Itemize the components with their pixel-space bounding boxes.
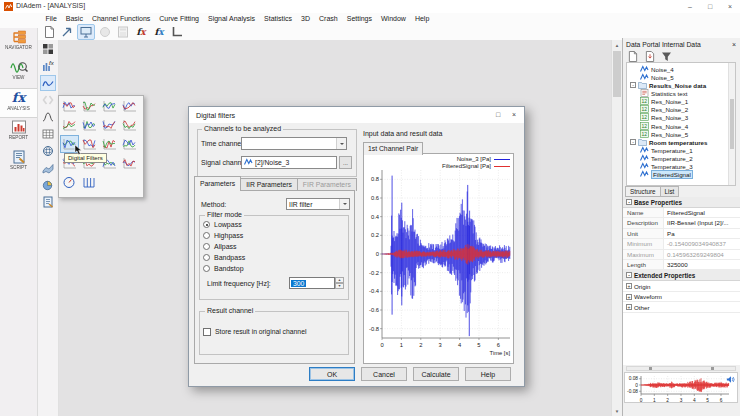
palette-item-0[interactable] <box>60 97 79 115</box>
radio-highpass[interactable]: Highpass <box>203 232 243 239</box>
dialog-close-button[interactable]: × <box>506 107 522 122</box>
palette-item-15[interactable] <box>120 154 139 172</box>
new-file-icon[interactable] <box>41 25 57 39</box>
spin-down-icon[interactable]: ▼ <box>335 283 344 289</box>
radio-circle-icon[interactable] <box>203 221 210 228</box>
expand-icon[interactable]: + <box>626 304 632 310</box>
limit-frequency-spinner[interactable]: ▲ ▼ <box>335 277 344 289</box>
time-channel-select[interactable] <box>241 137 347 150</box>
radio-circle-icon[interactable] <box>203 254 210 261</box>
tab-structure[interactable]: Structure <box>625 186 661 197</box>
radio-allpass[interactable]: Allpass <box>203 243 237 250</box>
radio-bandstop[interactable]: Bandstop <box>203 265 244 272</box>
nav-navigator[interactable]: NAVIGATOR <box>0 28 37 58</box>
desktop-icon[interactable] <box>77 24 95 40</box>
property-group-origin[interactable]: +Origin <box>623 281 740 292</box>
channel-table-icon[interactable] <box>40 41 56 57</box>
close-button[interactable]: × <box>720 0 740 13</box>
menu-statistics[interactable]: Statistics <box>260 13 297 24</box>
radio-circle-icon[interactable] <box>203 232 210 239</box>
tree-scrollbar[interactable] <box>728 63 735 185</box>
radio-bandpass[interactable]: Bandpass <box>203 254 245 261</box>
property-group-waveform[interactable]: +Waveform <box>623 292 740 303</box>
menu-crash[interactable]: Crash <box>315 13 343 24</box>
ok-button[interactable]: OK <box>309 367 355 381</box>
menu-channel-functions[interactable]: Channel Functions <box>87 13 154 24</box>
calculate-button[interactable]: Calculate <box>413 367 459 381</box>
section-base-properties[interactable]: -Base Properties <box>623 197 740 208</box>
model-3d-icon[interactable] <box>40 143 56 159</box>
curve-icon[interactable] <box>40 75 56 91</box>
range-marker[interactable] <box>649 367 652 370</box>
collapse-icon[interactable]: - <box>630 139 636 145</box>
minimize-button[interactable]: – <box>680 0 700 13</box>
palette-item-2[interactable] <box>100 97 119 115</box>
close-icon[interactable]: × <box>729 39 739 49</box>
nav-report[interactable]: REPORT <box>0 118 37 148</box>
tab-parameters[interactable]: Parameters <box>194 176 241 191</box>
scrollbar-thumb[interactable] <box>730 99 734 149</box>
menu-3d[interactable]: 3D <box>297 13 315 24</box>
palette-item-5[interactable] <box>80 116 99 134</box>
speaker-icon[interactable] <box>726 375 735 385</box>
collapse-icon[interactable]: - <box>626 199 632 205</box>
palette-item-17[interactable] <box>80 173 99 191</box>
peak-approximation-icon[interactable] <box>40 109 56 125</box>
register-data-icon[interactable] <box>643 50 656 62</box>
script-module-icon[interactable] <box>40 194 56 210</box>
collapse-icon[interactable]: - <box>630 82 636 88</box>
menu-window[interactable]: Window <box>377 13 411 24</box>
section-extended-properties[interactable]: -Extended Properties <box>623 270 740 281</box>
palette-item-3[interactable] <box>120 97 139 115</box>
fx-editor-icon[interactable]: fx <box>151 25 167 39</box>
matrix-icon[interactable] <box>40 126 56 142</box>
palette-item-1[interactable] <box>80 97 99 115</box>
menu-settings[interactable]: Settings <box>342 13 376 24</box>
channel-function-icon[interactable]: fx <box>40 58 56 74</box>
expand-icon[interactable]: + <box>626 283 632 289</box>
dialog-maximize-button[interactable]: □ <box>490 107 506 122</box>
cancel-button[interactable]: Cancel <box>361 367 407 381</box>
maximize-button[interactable]: □ <box>700 0 720 13</box>
collapse-icon[interactable]: - <box>626 272 632 278</box>
tree-item-res-noise-5[interactable]: 12Res_Noise_5 <box>640 130 688 138</box>
method-select[interactable]: IIR filter <box>286 198 350 210</box>
tab-list[interactable]: List <box>660 186 680 197</box>
open-arrow-icon[interactable] <box>59 25 75 39</box>
radio-circle-icon[interactable] <box>203 265 210 272</box>
browse-button[interactable]: ... <box>339 156 352 169</box>
menu-signal-analysis[interactable]: Signal Analysis <box>203 13 259 24</box>
radio-circle-icon[interactable] <box>203 243 210 250</box>
radio-lowpass[interactable]: Lowpass <box>203 221 242 228</box>
expand-icon[interactable]: + <box>626 294 632 300</box>
dialog-title-bar[interactable]: Digital filters □× <box>189 107 524 123</box>
tab-1st-channel-pair[interactable]: 1st Channel Pair <box>363 142 423 155</box>
palette-item-11[interactable] <box>120 135 139 153</box>
palette-item-10[interactable] <box>100 135 119 153</box>
help-button[interactable]: Help <box>465 367 511 381</box>
fx-calculator-icon[interactable]: fx <box>133 25 149 39</box>
nav-analysis[interactable]: fxANALYSIS <box>0 88 37 118</box>
palette-item-4[interactable] <box>60 116 79 134</box>
store-result-checkbox[interactable] <box>203 328 211 336</box>
surface-3d-icon[interactable] <box>40 160 56 176</box>
palette-item-6[interactable] <box>100 116 119 134</box>
ruler-icon[interactable] <box>169 25 185 39</box>
menu-curve-fitting[interactable]: Curve Fitting <box>155 13 204 24</box>
menu-file[interactable]: File <box>41 13 61 24</box>
scroll-down-icon[interactable]: ▼ <box>612 406 622 416</box>
scroll-up-icon[interactable]: ▲ <box>612 40 622 50</box>
filter-funnel-icon[interactable] <box>660 50 673 62</box>
palette-item-9[interactable] <box>80 135 99 153</box>
scrollbar-thumb[interactable] <box>613 51 621 97</box>
preview-range-strip[interactable] <box>626 366 736 371</box>
menu-basic[interactable]: Basic <box>61 13 87 24</box>
new-channel-icon[interactable] <box>626 50 639 62</box>
property-group-other[interactable]: +Other <box>623 302 740 313</box>
nav-view[interactable]: VIEW <box>0 58 37 88</box>
range-marker[interactable] <box>711 367 714 370</box>
statistics-pie-icon[interactable] <box>40 177 56 193</box>
palette-item-16[interactable] <box>60 173 79 191</box>
limit-frequency-input[interactable]: 300 <box>289 277 335 289</box>
palette-item-7[interactable] <box>120 116 139 134</box>
